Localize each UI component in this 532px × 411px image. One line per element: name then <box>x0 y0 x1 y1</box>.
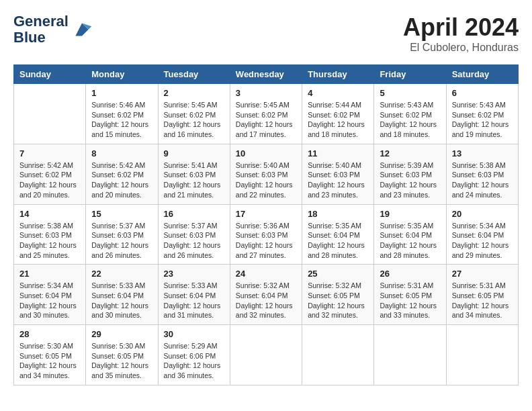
calendar-cell: 8Sunrise: 5:42 AMSunset: 6:02 PMDaylight… <box>86 144 158 204</box>
page-header: GeneralBlue April 2024 El Cubolero, Hond… <box>13 13 519 54</box>
day-number: 16 <box>164 209 224 219</box>
calendar-cell: 16Sunrise: 5:37 AMSunset: 6:03 PMDayligh… <box>158 204 230 265</box>
calendar-cell: 5Sunrise: 5:43 AMSunset: 6:02 PMDaylight… <box>374 84 446 144</box>
day-info: Sunrise: 5:31 AMSunset: 6:05 PMDaylight:… <box>452 281 513 320</box>
day-number: 23 <box>164 269 224 279</box>
day-number: 28 <box>19 329 80 339</box>
day-number: 9 <box>164 148 224 158</box>
day-info: Sunrise: 5:35 AMSunset: 6:04 PMDaylight:… <box>308 221 368 261</box>
day-info: Sunrise: 5:43 AMSunset: 6:02 PMDaylight:… <box>452 100 513 140</box>
day-info: Sunrise: 5:40 AMSunset: 6:03 PMDaylight:… <box>308 161 368 200</box>
day-info: Sunrise: 5:38 AMSunset: 6:03 PMDaylight:… <box>19 221 80 261</box>
day-info: Sunrise: 5:42 AMSunset: 6:02 PMDaylight:… <box>19 161 80 200</box>
day-number: 25 <box>308 269 368 279</box>
calendar-week-row: 14Sunrise: 5:38 AMSunset: 6:03 PMDayligh… <box>14 204 519 265</box>
day-number: 8 <box>91 148 152 158</box>
day-number: 27 <box>452 269 513 279</box>
calendar-week-row: 1Sunrise: 5:46 AMSunset: 6:02 PMDaylight… <box>14 84 519 144</box>
calendar-cell: 19Sunrise: 5:35 AMSunset: 6:04 PMDayligh… <box>374 204 446 265</box>
day-number: 14 <box>19 209 80 219</box>
day-number: 19 <box>380 209 440 219</box>
day-number: 2 <box>164 88 224 98</box>
calendar-cell: 11Sunrise: 5:40 AMSunset: 6:03 PMDayligh… <box>302 144 374 204</box>
column-header-saturday: Saturday <box>446 65 518 84</box>
day-number: 21 <box>19 269 80 279</box>
day-number: 10 <box>236 148 296 158</box>
calendar-cell <box>446 325 518 385</box>
day-number: 4 <box>308 88 368 98</box>
day-info: Sunrise: 5:32 AMSunset: 6:04 PMDaylight:… <box>236 281 296 320</box>
calendar-cell: 10Sunrise: 5:40 AMSunset: 6:03 PMDayligh… <box>230 144 302 204</box>
calendar-cell: 9Sunrise: 5:41 AMSunset: 6:03 PMDaylight… <box>158 144 230 204</box>
column-header-monday: Monday <box>86 65 158 84</box>
day-info: Sunrise: 5:38 AMSunset: 6:03 PMDaylight:… <box>452 161 513 200</box>
month-title: April 2024 <box>403 13 519 42</box>
day-number: 3 <box>236 88 296 98</box>
day-number: 5 <box>380 88 440 98</box>
calendar-cell: 24Sunrise: 5:32 AMSunset: 6:04 PMDayligh… <box>230 265 302 325</box>
calendar-week-row: 28Sunrise: 5:30 AMSunset: 6:05 PMDayligh… <box>14 325 519 385</box>
day-number: 1 <box>91 88 152 98</box>
calendar-cell: 25Sunrise: 5:32 AMSunset: 6:05 PMDayligh… <box>302 265 374 325</box>
calendar-cell: 14Sunrise: 5:38 AMSunset: 6:03 PMDayligh… <box>14 204 86 265</box>
column-header-wednesday: Wednesday <box>230 65 302 84</box>
calendar-cell: 18Sunrise: 5:35 AMSunset: 6:04 PMDayligh… <box>302 204 374 265</box>
calendar-cell <box>374 325 446 385</box>
calendar-cell: 17Sunrise: 5:36 AMSunset: 6:03 PMDayligh… <box>230 204 302 265</box>
day-info: Sunrise: 5:36 AMSunset: 6:03 PMDaylight:… <box>236 221 296 261</box>
day-number: 15 <box>91 209 152 219</box>
column-header-thursday: Thursday <box>302 65 374 84</box>
day-number: 12 <box>380 148 440 158</box>
logo-text: GeneralBlue <box>13 13 69 46</box>
day-info: Sunrise: 5:31 AMSunset: 6:05 PMDaylight:… <box>380 281 440 320</box>
calendar-cell: 15Sunrise: 5:37 AMSunset: 6:03 PMDayligh… <box>86 204 158 265</box>
day-info: Sunrise: 5:46 AMSunset: 6:02 PMDaylight:… <box>91 100 152 140</box>
calendar-cell: 22Sunrise: 5:33 AMSunset: 6:04 PMDayligh… <box>86 265 158 325</box>
day-number: 22 <box>91 269 152 279</box>
calendar-cell <box>302 325 374 385</box>
day-info: Sunrise: 5:35 AMSunset: 6:04 PMDaylight:… <box>380 221 440 261</box>
day-info: Sunrise: 5:45 AMSunset: 6:02 PMDaylight:… <box>236 100 296 140</box>
day-info: Sunrise: 5:29 AMSunset: 6:06 PMDaylight:… <box>164 341 224 381</box>
calendar-cell: 21Sunrise: 5:34 AMSunset: 6:04 PMDayligh… <box>14 265 86 325</box>
location-subtitle: El Cubolero, Honduras <box>403 42 519 54</box>
calendar-cell: 26Sunrise: 5:31 AMSunset: 6:05 PMDayligh… <box>374 265 446 325</box>
calendar-cell: 7Sunrise: 5:42 AMSunset: 6:02 PMDaylight… <box>14 144 86 204</box>
logo-icon <box>71 19 93 40</box>
calendar-cell: 4Sunrise: 5:44 AMSunset: 6:02 PMDaylight… <box>302 84 374 144</box>
day-number: 13 <box>452 148 513 158</box>
column-header-friday: Friday <box>374 65 446 84</box>
calendar-cell: 28Sunrise: 5:30 AMSunset: 6:05 PMDayligh… <box>14 325 86 385</box>
day-number: 6 <box>452 88 513 98</box>
calendar-cell: 3Sunrise: 5:45 AMSunset: 6:02 PMDaylight… <box>230 84 302 144</box>
day-number: 20 <box>452 209 513 219</box>
calendar-cell: 6Sunrise: 5:43 AMSunset: 6:02 PMDaylight… <box>446 84 518 144</box>
day-info: Sunrise: 5:37 AMSunset: 6:03 PMDaylight:… <box>164 221 224 261</box>
calendar-cell <box>14 84 86 144</box>
calendar-table: SundayMondayTuesdayWednesdayThursdayFrid… <box>13 64 519 385</box>
title-block: April 2024 El Cubolero, Honduras <box>403 13 519 54</box>
day-info: Sunrise: 5:33 AMSunset: 6:04 PMDaylight:… <box>91 281 152 320</box>
day-number: 11 <box>308 148 368 158</box>
logo: GeneralBlue <box>13 13 93 46</box>
day-number: 24 <box>236 269 296 279</box>
day-info: Sunrise: 5:40 AMSunset: 6:03 PMDaylight:… <box>236 161 296 200</box>
column-header-sunday: Sunday <box>14 65 86 84</box>
day-number: 26 <box>380 269 440 279</box>
day-info: Sunrise: 5:30 AMSunset: 6:05 PMDaylight:… <box>19 341 80 381</box>
calendar-cell: 30Sunrise: 5:29 AMSunset: 6:06 PMDayligh… <box>158 325 230 385</box>
day-number: 29 <box>91 329 152 339</box>
calendar-cell: 29Sunrise: 5:30 AMSunset: 6:05 PMDayligh… <box>86 325 158 385</box>
calendar-cell: 20Sunrise: 5:34 AMSunset: 6:04 PMDayligh… <box>446 204 518 265</box>
day-info: Sunrise: 5:37 AMSunset: 6:03 PMDaylight:… <box>91 221 152 261</box>
calendar-cell: 23Sunrise: 5:33 AMSunset: 6:04 PMDayligh… <box>158 265 230 325</box>
day-info: Sunrise: 5:41 AMSunset: 6:03 PMDaylight:… <box>164 161 224 200</box>
calendar-cell: 2Sunrise: 5:45 AMSunset: 6:02 PMDaylight… <box>158 84 230 144</box>
day-info: Sunrise: 5:43 AMSunset: 6:02 PMDaylight:… <box>380 100 440 140</box>
day-info: Sunrise: 5:34 AMSunset: 6:04 PMDaylight:… <box>19 281 80 320</box>
day-number: 17 <box>236 209 296 219</box>
calendar-cell <box>230 325 302 385</box>
calendar-cell: 1Sunrise: 5:46 AMSunset: 6:02 PMDaylight… <box>86 84 158 144</box>
day-info: Sunrise: 5:45 AMSunset: 6:02 PMDaylight:… <box>164 100 224 140</box>
calendar-header-row: SundayMondayTuesdayWednesdayThursdayFrid… <box>14 65 519 84</box>
